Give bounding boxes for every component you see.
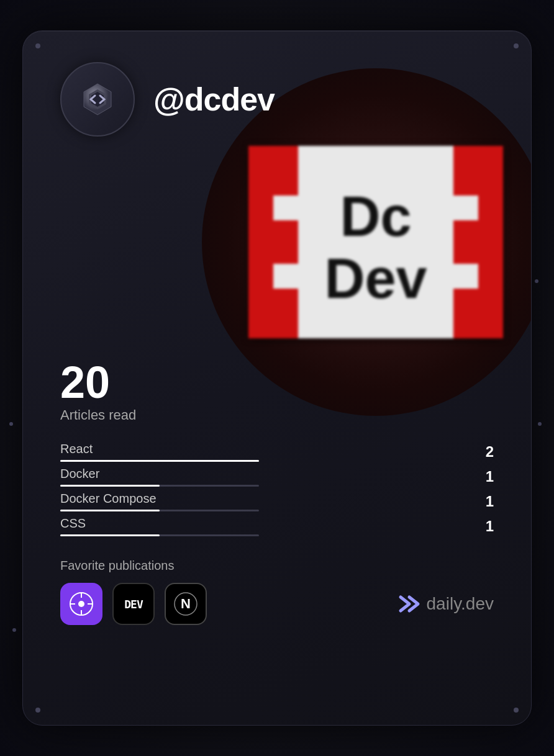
daily-dev-text: daily.dev bbox=[427, 594, 494, 614]
svg-text:Dc: Dc bbox=[340, 186, 411, 248]
dev-label: DEV bbox=[124, 598, 143, 611]
topic-bar-track bbox=[60, 460, 259, 462]
corner-connector bbox=[514, 708, 519, 713]
network-dot bbox=[535, 279, 538, 283]
topic-bar-track bbox=[60, 534, 259, 536]
pub-icon-nextjs: N bbox=[165, 583, 207, 625]
network-dot bbox=[12, 628, 16, 632]
profile-header: @dcdev bbox=[60, 62, 494, 137]
topic-bar-fill bbox=[60, 460, 259, 462]
articles-count: 20 bbox=[60, 360, 494, 405]
svg-text:N: N bbox=[181, 596, 191, 611]
topic-bar-fill bbox=[60, 485, 160, 487]
pub-icon-codesandbox bbox=[60, 583, 102, 625]
topic-row: CSS 1 bbox=[60, 516, 494, 536]
daily-dev-logo: daily.dev bbox=[398, 594, 494, 614]
svg-point-15 bbox=[78, 601, 84, 607]
svg-text:Dev: Dev bbox=[324, 248, 427, 310]
svg-rect-6 bbox=[453, 146, 503, 338]
corner-connector bbox=[35, 708, 40, 713]
username: @dcdev bbox=[153, 81, 275, 118]
topic-row: React 2 bbox=[60, 442, 494, 462]
svg-rect-4 bbox=[273, 264, 304, 289]
topic-left: CSS bbox=[60, 516, 463, 536]
favorite-publications: Favorite publications DEV bbox=[60, 559, 494, 625]
topic-bar-track bbox=[60, 510, 259, 511]
svg-rect-7 bbox=[447, 196, 478, 220]
topic-count: 1 bbox=[475, 493, 494, 510]
topic-count: 1 bbox=[475, 518, 494, 535]
topic-count: 1 bbox=[475, 468, 494, 485]
topic-count: 2 bbox=[475, 443, 494, 461]
topic-name: Docker Compose bbox=[60, 492, 463, 506]
pub-icon-devto: DEV bbox=[112, 583, 155, 625]
svg-rect-3 bbox=[273, 196, 304, 220]
topic-name: React bbox=[60, 442, 463, 456]
daily-text: daily bbox=[427, 594, 461, 613]
svg-rect-8 bbox=[447, 264, 478, 289]
daily-dev-chevron-icon bbox=[398, 595, 422, 613]
topic-name: CSS bbox=[60, 516, 463, 531]
network-dot bbox=[9, 422, 13, 426]
topic-bar-fill bbox=[60, 534, 160, 536]
topic-left: Docker bbox=[60, 467, 463, 487]
dev-suffix: .dev bbox=[461, 594, 494, 613]
topic-row: Docker Compose 1 bbox=[60, 492, 494, 511]
network-dot bbox=[538, 422, 542, 426]
articles-label: Articles read bbox=[60, 407, 494, 423]
topic-name: Docker bbox=[60, 467, 463, 481]
topic-left: React bbox=[60, 442, 463, 462]
avatar-icon bbox=[79, 81, 116, 118]
profile-card: Dc Dev bbox=[22, 30, 532, 726]
topics-list: React 2 Docker 1 Docker Compose 1 CSS bbox=[60, 442, 494, 536]
stats-section: 20 Articles read React 2 Docker 1 Docker… bbox=[60, 360, 494, 625]
corner-connector bbox=[514, 43, 519, 48]
topic-bar-track bbox=[60, 485, 259, 487]
topic-bar-fill bbox=[60, 510, 160, 511]
topic-row: Docker 1 bbox=[60, 467, 494, 487]
topic-left: Docker Compose bbox=[60, 492, 463, 511]
publications-list: DEV N bbox=[60, 583, 494, 625]
avatar bbox=[60, 62, 135, 137]
svg-rect-2 bbox=[248, 146, 298, 338]
fav-label: Favorite publications bbox=[60, 559, 494, 573]
corner-connector bbox=[35, 43, 40, 48]
